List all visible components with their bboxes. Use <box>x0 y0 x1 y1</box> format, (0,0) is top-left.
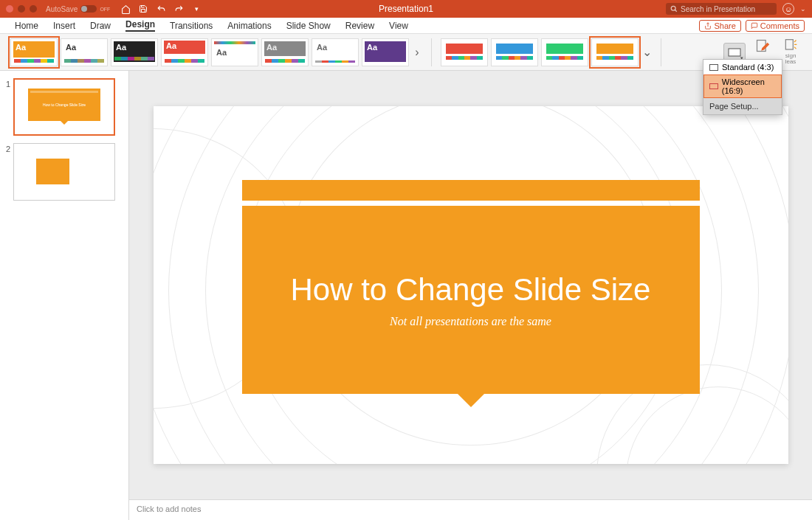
widescreen-ratio-icon <box>709 83 718 89</box>
variants-more-button[interactable]: ⌄ <box>641 38 652 66</box>
maximize-window-button[interactable] <box>30 5 37 13</box>
variant-thumb-1[interactable] <box>441 38 488 66</box>
slide-thumb-1[interactable]: How to Change Slide Size <box>13 78 115 136</box>
tab-view[interactable]: View <box>382 18 416 33</box>
share-button[interactable]: Share <box>699 20 740 32</box>
ribbon-separator <box>431 38 432 66</box>
slide-title-text: How to Change Slide Size <box>291 272 651 308</box>
autosave-toggle[interactable]: AutoSave OFF <box>46 5 110 13</box>
slide-thumbnails-panel: 1 How to Change Slide Size 2 <box>0 71 129 520</box>
minimize-window-button[interactable] <box>18 5 25 13</box>
design-ideas-button[interactable]: sign leas <box>780 38 802 66</box>
design-ideas-icon <box>783 38 798 53</box>
user-icon[interactable]: ☺ <box>782 3 794 15</box>
theme-thumb-6[interactable]: Aa <box>261 38 309 66</box>
titlebar: AutoSave OFF ▾ Presentation1 Search in P… <box>0 0 812 18</box>
quick-access-toolbar: ▾ <box>120 4 202 14</box>
slide-size-dropdown: Standard (4:3) Widescreen (16:9) Page Se… <box>703 59 782 115</box>
ribbon-design: Aa Aa Aa Aa Aa Aa Aa Aa › <box>0 34 812 71</box>
redo-icon[interactable] <box>173 4 184 14</box>
standard-ratio-icon <box>709 64 718 71</box>
thumb-row-2: 2 <box>0 142 128 207</box>
comments-icon <box>751 22 758 30</box>
share-label: Share <box>714 21 735 30</box>
callout-tail-icon <box>456 392 486 407</box>
slide-accent-bar <box>242 180 700 201</box>
ribbon-separator-2 <box>661 38 661 66</box>
slide-editor-area: How to Change Slide Size Not all present… <box>129 71 812 520</box>
tab-slide-show[interactable]: Slide Show <box>279 18 338 33</box>
customize-qat-icon[interactable]: ▾ <box>191 4 202 14</box>
variant-thumb-2[interactable] <box>491 38 538 66</box>
autosave-label: AutoSave <box>46 5 78 13</box>
tab-home[interactable]: Home <box>7 18 46 33</box>
slide-size-icon <box>728 48 741 57</box>
tab-insert[interactable]: Insert <box>46 18 83 33</box>
search-placeholder: Search in Presentation <box>681 5 755 13</box>
tab-transitions[interactable]: Transitions <box>162 18 220 33</box>
close-window-button[interactable] <box>6 5 13 13</box>
theme-thumb-2[interactable]: Aa <box>61 38 108 66</box>
themes-more-button[interactable]: › <box>412 38 422 66</box>
chevron-down-icon[interactable]: ⌄ <box>800 5 806 13</box>
dropdown-widescreen[interactable]: Widescreen (16:9) <box>703 74 782 98</box>
format-background-icon <box>755 38 770 53</box>
comments-label: Comments <box>760 21 799 30</box>
slide-thumb-2[interactable] <box>13 143 115 201</box>
share-icon <box>704 22 712 30</box>
slide-canvas-wrap: How to Change Slide Size Not all present… <box>129 71 812 499</box>
thumb-number: 1 <box>3 78 13 89</box>
svg-rect-1 <box>729 49 740 56</box>
theme-thumb-8[interactable]: Aa <box>362 38 409 66</box>
svg-point-0 <box>671 6 675 10</box>
window-title: Presentation1 <box>379 4 433 14</box>
theme-thumb-4[interactable]: Aa <box>161 38 208 66</box>
tab-design[interactable]: Design <box>118 18 162 33</box>
search-icon <box>670 5 678 13</box>
tab-review[interactable]: Review <box>338 18 382 33</box>
slide-subtitle-text: Not all presentations are the same <box>390 315 551 328</box>
theme-thumb-5[interactable]: Aa <box>211 38 258 66</box>
theme-thumb-7[interactable]: Aa <box>312 38 359 66</box>
window-controls <box>6 5 37 13</box>
variant-thumb-3[interactable] <box>541 38 588 66</box>
ribbon-tabs: Home Insert Draw Design Transitions Anim… <box>0 18 812 34</box>
svg-rect-2 <box>757 40 766 51</box>
autosave-state: OFF <box>100 7 110 12</box>
tab-draw[interactable]: Draw <box>83 18 118 33</box>
save-icon[interactable] <box>138 4 148 14</box>
thumb-row-1: 1 How to Change Slide Size <box>0 77 128 142</box>
comments-button[interactable]: Comments <box>746 20 805 32</box>
tab-animations[interactable]: Animations <box>220 18 278 33</box>
slide-title-block[interactable]: How to Change Slide Size Not all present… <box>242 206 700 394</box>
dropdown-standard[interactable]: Standard (4:3) <box>703 60 782 74</box>
svg-rect-3 <box>785 39 793 49</box>
search-input[interactable]: Search in Presentation <box>666 3 777 15</box>
variant-thumb-4[interactable] <box>591 38 639 66</box>
notes-input[interactable]: Click to add notes <box>129 499 812 520</box>
thumb-number: 2 <box>3 143 13 153</box>
home-icon[interactable] <box>120 4 131 14</box>
slide-canvas[interactable]: How to Change Slide Size Not all present… <box>154 106 788 464</box>
undo-icon[interactable] <box>156 4 166 14</box>
notes-placeholder: Click to add notes <box>137 505 201 513</box>
dropdown-page-setup[interactable]: Page Setup... <box>703 98 782 114</box>
theme-thumb-1[interactable]: Aa <box>10 38 58 66</box>
main-area: 1 How to Change Slide Size 2 <box>0 71 812 520</box>
theme-thumb-3[interactable]: Aa <box>111 38 158 66</box>
